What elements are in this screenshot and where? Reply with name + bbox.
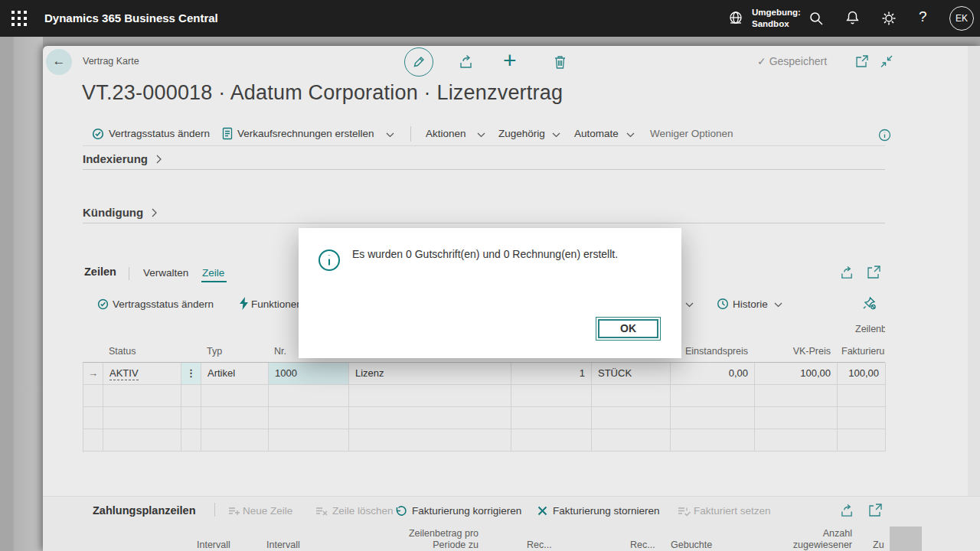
payment-action-fakturierung-stornieren[interactable]: Fakturierung stornieren — [553, 505, 660, 517]
payment-action-fakturiert-setzen[interactable]: Fakturiert setzen — [694, 505, 771, 517]
cell-beschreibung[interactable]: Lizenz — [349, 363, 511, 385]
payment-column-rec-2[interactable]: Rec... — [630, 540, 655, 550]
empty-cell[interactable] — [103, 385, 181, 407]
dialog-ok-button[interactable]: OK — [596, 317, 661, 341]
payment-action-zeile-loeschen[interactable]: Zeile löschen — [332, 505, 394, 517]
empty-cell[interactable] — [838, 407, 886, 429]
empty-cell[interactable] — [201, 407, 269, 429]
ribbon-action-change-contract-status[interactable]: Vertragsstatus ändern — [109, 128, 210, 139]
empty-cell[interactable] — [592, 407, 671, 429]
environment-globe-icon[interactable] — [727, 10, 744, 27]
empty-cell[interactable] — [269, 407, 349, 429]
empty-cell[interactable] — [511, 385, 592, 407]
empty-cell[interactable] — [349, 429, 511, 452]
empty-cell[interactable] — [269, 385, 349, 407]
lines-action-change-contract-status[interactable]: Vertragsstatus ändern — [113, 298, 214, 310]
payment-column-intervall-2[interactable]: Intervall — [266, 540, 300, 550]
payment-column-zu[interactable]: Zu — [873, 540, 884, 550]
empty-cell[interactable] — [181, 385, 201, 407]
ribbon-overflow-chevron-icon[interactable] — [386, 132, 394, 138]
collapse-button[interactable] — [880, 55, 893, 68]
menu-automate[interactable]: Automate — [574, 128, 619, 139]
empty-cell[interactable] — [201, 429, 269, 452]
help-icon[interactable]: ? — [919, 8, 927, 25]
empty-cell[interactable] — [592, 385, 671, 407]
new-button[interactable]: + — [503, 47, 517, 73]
section-header-indexierung[interactable]: Indexierung — [83, 152, 162, 165]
edit-button[interactable] — [404, 47, 433, 77]
cell-einstandspreis[interactable]: 0,00 — [671, 363, 755, 385]
info-icon[interactable] — [878, 129, 891, 142]
cell-status[interactable]: AKTIV — [103, 363, 181, 385]
column-header-typ[interactable]: Typ — [207, 346, 222, 357]
empty-cell[interactable] — [511, 429, 592, 452]
payment-column-anzahl-zugewiesener[interactable]: Anzahl zugewiesener — [737, 528, 852, 551]
payment-expand-button[interactable] — [868, 504, 882, 517]
payment-column-zeilenbetrag[interactable]: Zeilenbetrag pro Periode zu — [364, 528, 479, 551]
settings-gear-icon[interactable] — [881, 11, 897, 26]
cell-menge[interactable]: 1 — [511, 363, 592, 385]
payment-column-intervall-1[interactable]: Intervall — [197, 540, 230, 550]
lines-action-funktionen[interactable]: Funktionen — [251, 298, 302, 310]
share-button[interactable] — [459, 54, 474, 69]
app-launcher-waffle-icon[interactable] — [9, 8, 29, 28]
row-menu-button[interactable]: ⋮ — [181, 363, 201, 385]
ribbon-action-create-sales-invoices[interactable]: Verkaufsrechnungen erstellen — [237, 128, 374, 139]
cell-typ[interactable]: Artikel — [201, 363, 269, 385]
open-in-window-button[interactable] — [855, 55, 869, 68]
cell-fakturierung[interactable]: 100,00 — [838, 363, 886, 385]
empty-cell[interactable] — [83, 407, 103, 429]
empty-cell[interactable] — [181, 407, 201, 429]
delete-button[interactable] — [553, 54, 567, 70]
payment-column-rec-1[interactable]: Rec... — [527, 540, 552, 550]
lines-menu-historie[interactable]: Historie — [733, 298, 768, 310]
empty-cell[interactable] — [755, 429, 838, 452]
empty-cell[interactable] — [349, 407, 511, 429]
empty-cell[interactable] — [83, 429, 103, 452]
lines-share-button[interactable] — [840, 266, 854, 279]
payment-action-fakturierung-korrigieren[interactable]: Fakturierung korrigieren — [412, 505, 521, 517]
empty-cell[interactable] — [83, 385, 103, 407]
empty-cell[interactable] — [755, 385, 838, 407]
payment-action-neue-zeile[interactable]: Neue Zeile — [243, 505, 292, 517]
empty-cell[interactable] — [181, 429, 201, 452]
tab-verwalten[interactable]: Verwalten — [143, 267, 188, 279]
less-options-button[interactable]: Weniger Optionen — [650, 128, 733, 139]
empty-cell[interactable] — [349, 385, 511, 407]
pin-button[interactable] — [862, 296, 876, 310]
user-avatar[interactable]: EK — [949, 6, 974, 31]
search-icon[interactable] — [808, 11, 824, 26]
page-scrollbar[interactable] — [968, 46, 980, 551]
column-header-nr[interactable]: Nr. — [274, 346, 286, 357]
back-button[interactable]: ← — [46, 49, 72, 75]
section-header-kuendigung[interactable]: Kündigung — [83, 206, 157, 219]
empty-cell[interactable] — [269, 429, 349, 452]
empty-cell[interactable] — [755, 407, 838, 429]
lines-overflow-chevron-icon[interactable] — [685, 302, 694, 308]
empty-cell[interactable] — [671, 407, 755, 429]
column-header-status[interactable]: Status — [109, 346, 136, 357]
column-header-einstandspreis[interactable]: Einstandspreis — [670, 346, 748, 357]
payment-share-button[interactable] — [840, 504, 854, 517]
cell-vk-preis[interactable]: 100,00 — [755, 363, 838, 385]
cell-nr-selected[interactable]: 1000 — [269, 363, 349, 385]
empty-cell[interactable] — [671, 385, 755, 407]
menu-aktionen[interactable]: Aktionen — [426, 128, 466, 139]
column-header-vk-preis[interactable]: VK-Preis — [754, 346, 831, 357]
empty-cell[interactable] — [592, 429, 671, 452]
notifications-bell-icon[interactable] — [844, 10, 861, 26]
payment-column-gebuchte[interactable]: Gebuchte — [671, 540, 712, 550]
empty-cell[interactable] — [103, 429, 181, 452]
empty-cell[interactable] — [103, 407, 181, 429]
empty-cell[interactable] — [671, 429, 755, 452]
menu-zugehoerig[interactable]: Zugehörig — [498, 128, 545, 139]
empty-cell[interactable] — [838, 429, 886, 452]
tab-zeile[interactable]: Zeile — [202, 267, 224, 279]
empty-cell[interactable] — [838, 385, 886, 407]
environment-indicator[interactable]: Umgebung: Sandbox — [752, 7, 801, 30]
cell-einheit[interactable]: STÜCK — [592, 363, 671, 385]
column-header-fakturierung[interactable]: Fakturierung — [841, 346, 885, 357]
empty-cell[interactable] — [511, 407, 592, 429]
lines-expand-button[interactable] — [867, 266, 880, 279]
payment-scrollbar-thumb[interactable] — [890, 527, 922, 551]
